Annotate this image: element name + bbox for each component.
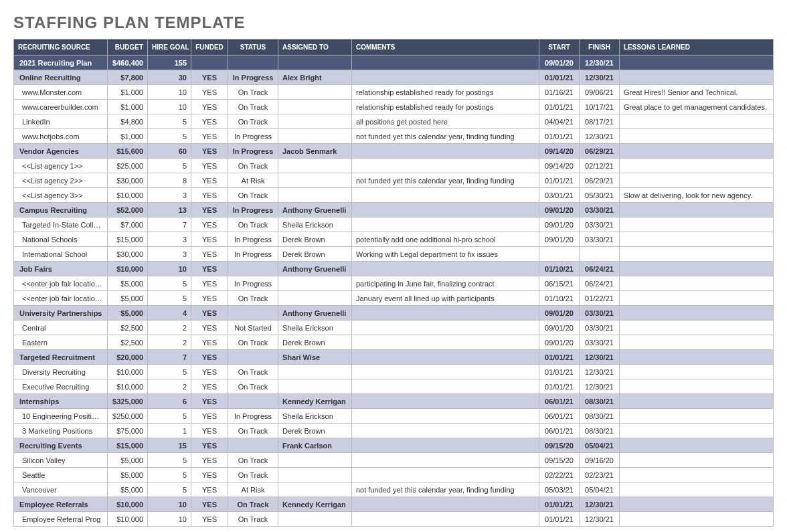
cell-hire[interactable]: 155	[148, 56, 191, 70]
cell-comments[interactable]: not funded yet this calendar year, findi…	[352, 173, 539, 188]
cell-funded[interactable]: YES	[191, 379, 228, 394]
cell-assigned[interactable]	[278, 188, 352, 203]
cell-hire[interactable]: 1	[148, 424, 191, 438]
cell-source[interactable]: National Schools	[14, 232, 108, 247]
cell-status[interactable]	[228, 306, 278, 321]
cell-comments[interactable]: relationship established ready for posti…	[352, 85, 539, 100]
cell-budget[interactable]: $7,800	[108, 70, 148, 85]
cell-assigned[interactable]	[278, 453, 352, 468]
cell-hire[interactable]: 4	[148, 306, 191, 321]
cell-budget[interactable]: $30,000	[108, 247, 148, 262]
cell-budget[interactable]: $30,000	[108, 173, 148, 188]
cell-funded[interactable]: YES	[191, 321, 228, 335]
cell-start[interactable]	[539, 247, 580, 262]
cell-source[interactable]: 2021 Recruiting Plan	[14, 56, 108, 70]
cell-source[interactable]: Employee Referrals	[14, 497, 108, 512]
cell-hire[interactable]: 2	[148, 379, 191, 394]
cell-lessons[interactable]	[620, 306, 774, 321]
cell-comments[interactable]: not funded yet this calendar year, findi…	[352, 482, 539, 497]
cell-budget[interactable]: $5,000	[108, 453, 148, 468]
cell-source[interactable]: Vendor Agencies	[14, 144, 108, 159]
cell-status[interactable]: In Progress	[228, 203, 278, 217]
cell-status[interactable]: At Risk	[228, 173, 278, 188]
cell-status[interactable]: On Track	[228, 379, 278, 394]
cell-budget[interactable]: $460,400	[108, 56, 148, 70]
cell-assigned[interactable]	[278, 114, 352, 129]
cell-finish[interactable]: 01/22/21	[580, 291, 620, 306]
cell-start[interactable]: 01/01/21	[539, 350, 580, 365]
cell-lessons[interactable]	[620, 159, 774, 173]
cell-status[interactable]: On Track	[228, 100, 278, 114]
cell-lessons[interactable]	[620, 232, 774, 247]
cell-start[interactable]: 06/01/21	[539, 409, 580, 424]
cell-assigned[interactable]	[278, 379, 352, 394]
cell-status[interactable]	[228, 438, 278, 453]
cell-hire[interactable]: 2	[148, 321, 191, 335]
cell-lessons[interactable]	[620, 173, 774, 188]
cell-lessons[interactable]	[620, 247, 774, 262]
cell-finish[interactable]: 03/30/21	[580, 203, 620, 217]
cell-lessons[interactable]	[620, 129, 774, 144]
cell-assigned[interactable]: Kennedy Kerrigan	[278, 394, 352, 409]
cell-start[interactable]: 09/01/20	[539, 56, 580, 70]
cell-status[interactable]: In Progress	[228, 232, 278, 247]
cell-source[interactable]: www.Monster.com	[14, 85, 108, 100]
cell-lessons[interactable]	[620, 114, 774, 129]
cell-comments[interactable]	[352, 217, 539, 232]
cell-start[interactable]: 01/01/21	[539, 512, 580, 527]
cell-start[interactable]: 04/04/21	[539, 114, 580, 129]
cell-assigned[interactable]: Derek Brown	[278, 247, 352, 262]
cell-source[interactable]: International School	[14, 247, 108, 262]
cell-start[interactable]: 09/01/20	[539, 232, 580, 247]
cell-assigned[interactable]: Sheila Erickson	[278, 409, 352, 424]
cell-budget[interactable]: $15,000	[108, 232, 148, 247]
cell-assigned[interactable]	[278, 129, 352, 144]
cell-start[interactable]: 01/01/21	[539, 100, 580, 114]
cell-hire[interactable]: 6	[148, 394, 191, 409]
cell-lessons[interactable]	[620, 203, 774, 217]
cell-status[interactable]: In Progress	[228, 247, 278, 262]
cell-start[interactable]: 09/15/20	[539, 438, 580, 453]
cell-status[interactable]: On Track	[228, 497, 278, 512]
cell-source[interactable]: Targeted In-State Colleges	[14, 217, 108, 232]
cell-comments[interactable]	[352, 203, 539, 217]
cell-status[interactable]: On Track	[228, 468, 278, 482]
cell-status[interactable]: In Progress	[228, 129, 278, 144]
cell-lessons[interactable]	[620, 321, 774, 335]
cell-budget[interactable]: $75,000	[108, 424, 148, 438]
cell-hire[interactable]: 7	[148, 350, 191, 365]
cell-source[interactable]: Central	[14, 321, 108, 335]
cell-start[interactable]: 09/01/20	[539, 306, 580, 321]
cell-source[interactable]: Recruiting Events	[14, 438, 108, 453]
cell-hire[interactable]: 8	[148, 173, 191, 188]
cell-budget[interactable]: $2,500	[108, 321, 148, 335]
cell-funded[interactable]: YES	[191, 100, 228, 114]
cell-source[interactable]: <<enter job fair location>>	[14, 276, 108, 291]
cell-budget[interactable]: $5,000	[108, 291, 148, 306]
cell-status[interactable]	[228, 262, 278, 276]
cell-funded[interactable]: YES	[191, 232, 228, 247]
cell-comments[interactable]	[352, 512, 539, 527]
cell-budget[interactable]: $10,000	[108, 497, 148, 512]
cell-budget[interactable]: $10,000	[108, 188, 148, 203]
cell-funded[interactable]: YES	[191, 438, 228, 453]
cell-assigned[interactable]	[278, 85, 352, 100]
cell-start[interactable]: 09/01/20	[539, 217, 580, 232]
cell-comments[interactable]	[352, 350, 539, 365]
cell-comments[interactable]: Working with Legal department to fix iss…	[352, 247, 539, 262]
cell-budget[interactable]: $5,000	[108, 306, 148, 321]
cell-budget[interactable]: $15,600	[108, 144, 148, 159]
cell-funded[interactable]: YES	[191, 144, 228, 159]
cell-status[interactable]: On Track	[228, 114, 278, 129]
cell-status[interactable]: On Track	[228, 188, 278, 203]
cell-assigned[interactable]	[278, 56, 352, 70]
cell-source[interactable]: Diversity Recruiting	[14, 365, 108, 379]
cell-status[interactable]: On Track	[228, 85, 278, 100]
cell-status[interactable]: At Risk	[228, 482, 278, 497]
cell-funded[interactable]: YES	[191, 247, 228, 262]
cell-hire[interactable]: 13	[148, 203, 191, 217]
cell-start[interactable]: 06/15/21	[539, 276, 580, 291]
cell-comments[interactable]: all positions get posted here	[352, 114, 539, 129]
cell-finish[interactable]: 08/30/21	[580, 394, 620, 409]
cell-comments[interactable]	[352, 409, 539, 424]
